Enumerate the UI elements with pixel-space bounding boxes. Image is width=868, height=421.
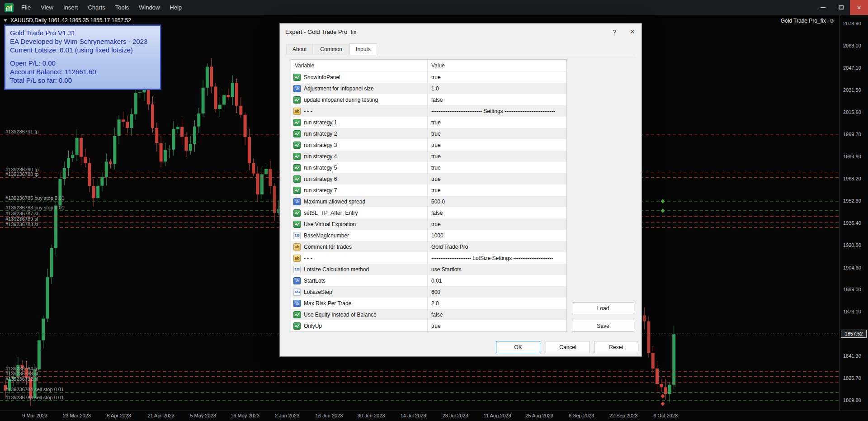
param-value[interactable]: false: [428, 94, 566, 105]
table-row[interactable]: Use Equity Instead of Balancefalse: [291, 309, 566, 320]
tab-common[interactable]: Common: [314, 44, 349, 55]
param-value[interactable]: ---------------------- LotSize Settings …: [428, 252, 566, 264]
menu-insert[interactable]: Insert: [58, 0, 83, 15]
param-name-cell: Use Virtual Expiration: [291, 218, 428, 230]
column-header-value: Value: [428, 60, 566, 71]
double-icon: ½: [293, 85, 301, 92]
time-axis-label: 8 Sep 2023: [569, 413, 594, 418]
table-row[interactable]: update infopanel during testingfalse: [291, 94, 566, 105]
table-row[interactable]: run strategy 3true: [291, 139, 566, 151]
table-row[interactable]: ShowInfoPaneltrue: [291, 71, 566, 83]
param-value[interactable]: use Startlots: [428, 264, 566, 275]
symbol-ohlc-label: XAUUSD,Daily 1861.42 1865.35 1855.17 185…: [4, 17, 131, 24]
param-value[interactable]: 500.0: [428, 196, 566, 207]
reset-button[interactable]: Reset: [594, 341, 638, 353]
ea-status-label: Gold Trade Pro_fix ☺: [781, 17, 835, 24]
param-value[interactable]: 0.01: [428, 275, 566, 286]
table-row[interactable]: OnlyUptrue: [291, 320, 566, 331]
menu-charts[interactable]: Charts: [83, 0, 110, 15]
tab-about[interactable]: About: [286, 44, 313, 55]
chevron-down-icon[interactable]: [4, 19, 7, 22]
tab-inputs[interactable]: Inputs: [349, 43, 377, 55]
table-row[interactable]: ab- - ----------------------- LotSize Se…: [291, 252, 566, 264]
table-row[interactable]: ½Adjustment for Infopanel size1.0: [291, 83, 566, 94]
time-axis-label: 22 Sep 2023: [609, 413, 637, 418]
param-value[interactable]: false: [428, 207, 566, 218]
param-value[interactable]: true: [428, 151, 566, 162]
param-value[interactable]: true: [428, 128, 566, 139]
param-value[interactable]: true: [428, 117, 566, 128]
param-value[interactable]: ---------------------------- Settings --…: [428, 105, 566, 117]
string-icon: ab: [293, 243, 301, 251]
table-row[interactable]: ½Maximum allowed spread500.0: [291, 196, 566, 207]
int-icon: 123: [293, 266, 301, 273]
table-row[interactable]: run strategy 5true: [291, 162, 566, 173]
param-value[interactable]: 600: [428, 286, 566, 298]
bool-icon: [293, 96, 301, 104]
info-panel-line: Account Balance: 112661.60: [10, 67, 156, 76]
table-row[interactable]: run strategy 2true: [291, 128, 566, 139]
table-row[interactable]: abComment for tradesGold Trade Pro: [291, 241, 566, 252]
save-button[interactable]: Save: [572, 320, 634, 332]
menu-window[interactable]: Window: [134, 0, 165, 15]
table-row[interactable]: run strategy 4true: [291, 151, 566, 162]
param-value[interactable]: true: [428, 184, 566, 196]
price-axis-label: 1809.80: [843, 397, 861, 403]
param-name: run strategy 4: [304, 153, 337, 160]
time-axis[interactable]: 9 Mar 202323 Mar 20236 Apr 202321 Apr 20…: [0, 411, 868, 421]
ea-active-smiley-icon[interactable]: ☺: [829, 17, 835, 24]
param-value[interactable]: true: [428, 173, 566, 184]
close-button[interactable]: ×: [850, 0, 868, 15]
table-row[interactable]: 123BaseMagicnumber1000: [291, 230, 566, 241]
param-value[interactable]: true: [428, 320, 566, 331]
string-icon: ab: [293, 255, 301, 262]
param-value[interactable]: Gold Trade Pro: [428, 241, 566, 252]
param-name: - - -: [304, 255, 312, 261]
menu-view[interactable]: View: [36, 0, 58, 15]
table-row[interactable]: 123Lotsize Calculation methoduse Startlo…: [291, 264, 566, 275]
time-axis-label: 6 Apr 2023: [107, 413, 131, 418]
dialog-close-button[interactable]: ×: [623, 24, 642, 40]
param-name-cell: ab- - -: [291, 105, 428, 117]
param-value[interactable]: true: [428, 71, 566, 83]
time-axis-label: 14 Jul 2023: [401, 413, 426, 418]
load-button[interactable]: Load: [572, 302, 634, 314]
param-value[interactable]: true: [428, 139, 566, 151]
param-name-cell: Use Equity Instead of Balance: [291, 309, 428, 320]
ok-button[interactable]: OK: [496, 341, 540, 353]
param-value[interactable]: 1.0: [428, 83, 566, 94]
menu-help[interactable]: Help: [165, 0, 187, 15]
time-axis-label: 9 Mar 2023: [22, 413, 47, 418]
table-row[interactable]: run strategy 7true: [291, 184, 566, 196]
price-axis[interactable]: 1857.52 2078.902063.002047.102031.502015…: [840, 15, 868, 411]
param-name: run strategy 2: [304, 131, 337, 137]
cancel-button[interactable]: Cancel: [546, 341, 590, 353]
menu-file[interactable]: File: [16, 0, 36, 15]
param-value[interactable]: true: [428, 162, 566, 173]
table-row[interactable]: setSL_TP_After_Entryfalse: [291, 207, 566, 218]
table-row[interactable]: ab- - ----------------------------- Sett…: [291, 105, 566, 117]
table-row[interactable]: Use Virtual Expirationtrue: [291, 218, 566, 230]
table-row[interactable]: 123LotsizeStep600: [291, 286, 566, 298]
param-name-cell: 123BaseMagicnumber: [291, 230, 428, 241]
param-value[interactable]: 1000: [428, 230, 566, 241]
dialog-help-button[interactable]: ?: [605, 24, 623, 40]
minimize-button[interactable]: [814, 0, 832, 15]
param-name-cell: setSL_TP_After_Entry: [291, 207, 428, 218]
int-icon: 123: [293, 289, 301, 296]
table-header: Variable Value: [291, 60, 566, 71]
param-value[interactable]: true: [428, 218, 566, 230]
table-row[interactable]: run strategy 1true: [291, 117, 566, 128]
table-row[interactable]: ½StartLots0.01: [291, 275, 566, 286]
param-name-cell: update infopanel during testing: [291, 94, 428, 105]
maximize-button[interactable]: [832, 0, 850, 15]
param-value[interactable]: 2.0: [428, 298, 566, 309]
current-price-badge: 1857.52: [841, 330, 867, 338]
dialog-titlebar[interactable]: Expert - Gold Trade Pro_fix ? ×: [280, 24, 642, 40]
maximize-icon: [839, 5, 844, 9]
table-row[interactable]: run strategy 6true: [291, 173, 566, 184]
price-axis-label: 1904.60: [843, 265, 861, 270]
menu-tools[interactable]: Tools: [110, 0, 134, 15]
table-row[interactable]: ½Max Risk Per Trade2.0: [291, 298, 566, 309]
param-value[interactable]: false: [428, 309, 566, 320]
